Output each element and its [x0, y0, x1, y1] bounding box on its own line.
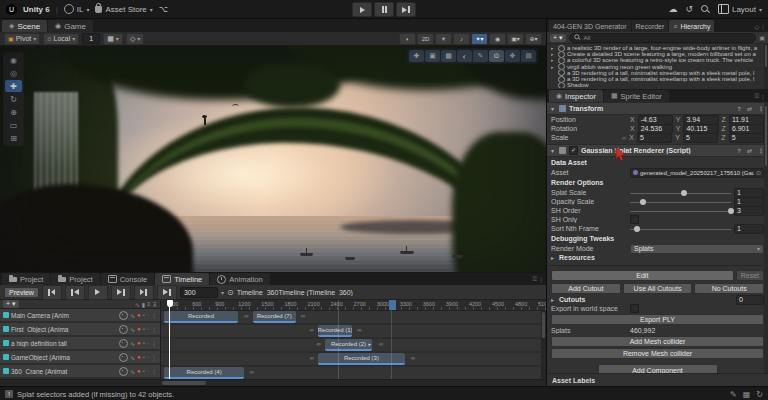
lock-icon[interactable]: ⚿ — [754, 93, 759, 100]
track-eye-icon[interactable]: ◦ — [147, 326, 149, 332]
transform-header[interactable]: ▾ Transform ? ⇄ ⋮ — [547, 102, 768, 115]
local-toggle-button[interactable]: ⌂Local▾ — [43, 33, 79, 45]
shading-mode-icon[interactable]: ◐ — [399, 33, 416, 45]
create-object-button[interactable]: + ▾ — [550, 34, 566, 42]
foldout-arrow-icon[interactable]: ▸ — [551, 254, 556, 261]
rect-tool-icon[interactable]: ▭ — [5, 119, 22, 131]
track-record-icon[interactable]: ● — [137, 312, 141, 318]
hierarchy-item[interactable]: ▸a colorful 3D scene featuring a retro-s… — [551, 57, 768, 63]
tab-project-1[interactable]: Project — [2, 273, 50, 285]
timeline-track-header[interactable]: GameObject (Anima∿●▪◦⋮ — [0, 351, 160, 363]
timeline-clip[interactable]: Recorded — [164, 311, 238, 323]
prev-frame-button[interactable] — [65, 285, 85, 300]
track-record-icon[interactable]: ● — [137, 340, 141, 346]
opacity-scale-slider[interactable] — [630, 198, 731, 206]
overlay-move-icon[interactable]: ✚ — [409, 50, 424, 62]
sort-nth-frame-slider[interactable] — [630, 225, 731, 233]
track-record-icon[interactable]: ● — [137, 326, 141, 332]
curves-view-icon[interactable]: ∿ — [135, 301, 140, 308]
expand-arrow-icon[interactable]: ▸ — [551, 51, 556, 57]
track-lock-icon[interactable]: ▪ — [143, 368, 145, 374]
skip-end-button[interactable] — [134, 285, 154, 300]
expand-arrow-icon[interactable]: ▸ — [551, 57, 556, 63]
gizmos-dropdown-icon[interactable]: ⊕▾ — [525, 33, 542, 45]
export-ply-button[interactable]: Export PLY — [551, 314, 764, 325]
account-menu[interactable]: IL▾ — [64, 4, 90, 14]
effects-dropdown-icon[interactable]: ✦▾ — [471, 33, 488, 45]
timeline-clip[interactable]: Recorded (1) — [318, 325, 352, 337]
track-record-icon[interactable]: ● — [137, 354, 141, 360]
move-tool-icon[interactable]: ✚ — [5, 80, 22, 92]
tab-animation[interactable]: Animation — [210, 273, 269, 285]
inspector-scrollbar[interactable] — [764, 102, 768, 373]
reset-button[interactable]: Reset — [736, 270, 764, 281]
timeline-track-header[interactable]: 360_Crane (Animat∿●▪◦⋮ — [0, 365, 160, 377]
edit-button[interactable]: Edit — [551, 270, 734, 281]
grid-size-field[interactable]: 1 — [82, 33, 100, 44]
timeline-clip[interactable]: Recorded (2)▸ — [325, 339, 372, 351]
tab-hierarchy[interactable]: ≡Hierarchy — [669, 20, 714, 32]
slider-thumb[interactable] — [640, 199, 646, 205]
hierarchy-item[interactable]: ▸Create a detailed 3D scene featuring a … — [551, 51, 768, 57]
undo-history-icon[interactable]: ↺ — [685, 4, 693, 14]
foldout-arrow-icon[interactable]: ▾ — [551, 147, 556, 154]
sort-nth-frame-field[interactable]: 1 — [734, 224, 764, 234]
chevron-down-icon[interactable]: ▾ — [221, 289, 224, 296]
inspector-content[interactable]: ▾ Transform ? ⇄ ⋮ Position X-4.63 Y3.94 … — [547, 102, 768, 373]
timeline-track-header[interactable]: a high definition tall∿●▪◦⋮ — [0, 337, 160, 349]
tab-project-2[interactable]: Project — [51, 273, 99, 285]
foldout-arrow-icon[interactable]: ▸ — [551, 296, 556, 303]
component-enabled-checkbox[interactable]: ✓ — [569, 146, 578, 155]
scale-z-field[interactable]: 5 — [729, 133, 764, 143]
help-icon[interactable]: ? — [737, 106, 741, 112]
track-binding-icon[interactable] — [119, 325, 128, 334]
hierarchy-item[interactable]: Shadow — [551, 82, 768, 88]
constrain-proportions-icon[interactable]: ∞ — [622, 135, 626, 141]
marker-pin-icon[interactable]: ⊼ — [153, 301, 157, 308]
no-cutouts-button[interactable]: No Cutouts — [694, 283, 764, 294]
version-control-icon[interactable]: ⌥ — [159, 5, 168, 14]
asset-object-field[interactable]: generated_model_20250217_175610 (Gau ⊙ — [630, 168, 764, 178]
track-lock-icon[interactable]: ▪ — [143, 354, 145, 360]
lighting-toggle-icon[interactable]: ☀ — [435, 33, 452, 45]
audio-toggle-icon[interactable]: ♪ — [453, 33, 470, 45]
timeline-clip[interactable]: Recorded (7) — [253, 311, 296, 323]
track-menu-icon[interactable]: ⋮ — [151, 340, 157, 347]
track-eye-icon[interactable]: ◦ — [147, 368, 149, 374]
tab-404gen[interactable]: 404-GEN 3D Generator — [549, 20, 631, 32]
add-track-button[interactable]: + ▾ — [3, 300, 19, 308]
track-binding-icon[interactable] — [119, 339, 128, 348]
track-lock-icon[interactable]: ▪ — [143, 326, 145, 332]
slider-thumb[interactable] — [728, 208, 734, 214]
cutouts-count-field[interactable]: 0 — [736, 295, 764, 305]
splat-renderer-header[interactable]: ▾ ✓ Gaussian Splat Renderer (Script) ? ⇄… — [547, 144, 768, 157]
track-binding-icon[interactable] — [119, 311, 128, 320]
transform-tool-icon[interactable]: ⊞ — [5, 132, 22, 144]
overlay-pen-icon[interactable]: ✎ — [473, 50, 488, 62]
panel-options-icon[interactable]: ◇ — [754, 23, 759, 30]
track-curves-icon[interactable]: ∿ — [130, 354, 135, 361]
expand-arrow-icon[interactable]: ▸ — [551, 45, 556, 51]
hierarchy-item[interactable]: a 3D rendering of a tall, minimalist str… — [551, 70, 768, 76]
preview-button[interactable]: Preview — [4, 287, 39, 298]
track-lock-icon[interactable]: ▪ — [143, 312, 145, 318]
track-menu-icon[interactable]: ⋮ — [151, 326, 157, 333]
tab-game[interactable]: ◉Game — [48, 20, 93, 32]
sh-order-slider[interactable] — [630, 207, 731, 215]
play-button[interactable] — [352, 2, 372, 17]
skip-start-button[interactable] — [42, 285, 62, 300]
help-icon[interactable]: ? — [737, 148, 741, 154]
hierarchy-list[interactable]: ▸a realistic 3D render of a large, four-… — [547, 44, 768, 89]
tab-recorder[interactable]: Recorder — [632, 20, 669, 32]
cloud-icon[interactable]: ☁ — [668, 4, 677, 14]
track-binding-icon[interactable] — [119, 353, 128, 362]
foldout-arrow-icon[interactable]: ▾ — [551, 105, 556, 112]
track-eye-icon[interactable]: ◦ — [147, 340, 149, 346]
rotate-tool-icon[interactable]: ↻ — [5, 93, 22, 105]
track-curves-icon[interactable]: ∿ — [130, 340, 135, 347]
search-icon[interactable] — [701, 5, 710, 14]
presets-icon[interactable]: ⇄ — [747, 105, 752, 112]
render-mode-dropdown[interactable]: Splats▾ — [630, 244, 764, 254]
export-world-space-checkbox[interactable] — [630, 304, 639, 313]
refresh-icon[interactable]: ↻ — [756, 390, 763, 399]
